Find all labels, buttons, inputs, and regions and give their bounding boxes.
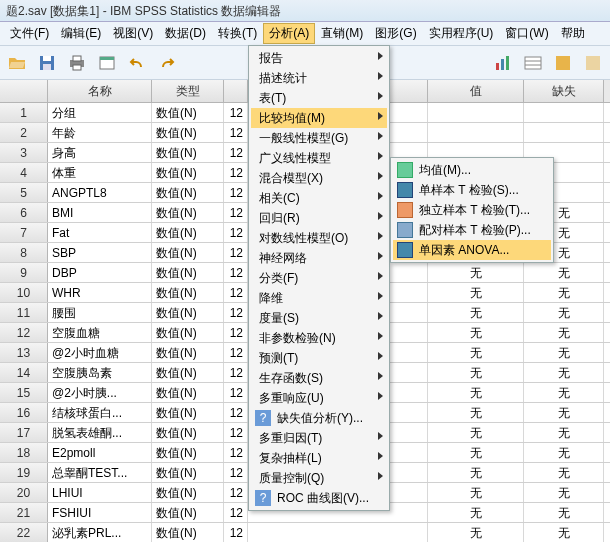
analyze-menu-item[interactable]: 多重响应(U) xyxy=(251,388,387,408)
cell-width[interactable]: 12 xyxy=(224,443,248,462)
variables-icon[interactable] xyxy=(520,50,546,76)
print-icon[interactable] xyxy=(64,50,90,76)
menu-view[interactable]: 视图(V) xyxy=(107,23,159,44)
cell-width[interactable]: 12 xyxy=(224,223,248,242)
cell-name[interactable]: BMI xyxy=(48,203,152,222)
cell-type[interactable]: 数值(N) xyxy=(152,143,224,162)
menu-analyze[interactable]: 分析(A) xyxy=(263,23,315,44)
cell-name[interactable]: 结核球蛋白... xyxy=(48,403,152,422)
cell-name[interactable]: 泌乳素PRL... xyxy=(48,523,152,542)
cell-values[interactable]: 无 xyxy=(428,363,524,382)
cell-type[interactable]: 数值(N) xyxy=(152,423,224,442)
menu-help[interactable]: 帮助 xyxy=(555,23,591,44)
cell-missing[interactable]: 无 xyxy=(524,283,604,302)
row-number[interactable]: 5 xyxy=(0,183,48,202)
analyze-menu-item[interactable]: 质量控制(Q) xyxy=(251,468,387,488)
recall-dialog-icon[interactable] xyxy=(94,50,120,76)
header-values[interactable]: 值 xyxy=(428,80,524,102)
cell-width[interactable]: 12 xyxy=(224,183,248,202)
analyze-menu-item[interactable]: 神经网络 xyxy=(251,248,387,268)
cell-type[interactable]: 数值(N) xyxy=(152,443,224,462)
cell-name[interactable]: 空腹血糖 xyxy=(48,323,152,342)
row-number[interactable]: 10 xyxy=(0,283,48,302)
cell-missing[interactable]: 无 xyxy=(524,303,604,322)
cell-width[interactable]: 12 xyxy=(224,403,248,422)
redo-icon[interactable] xyxy=(154,50,180,76)
menu-utilities[interactable]: 实用程序(U) xyxy=(423,23,500,44)
header-width[interactable] xyxy=(224,80,248,102)
row-number[interactable]: 18 xyxy=(0,443,48,462)
cell-width[interactable]: 12 xyxy=(224,423,248,442)
cell-type[interactable]: 数值(N) xyxy=(152,283,224,302)
menu-file[interactable]: 文件(F) xyxy=(4,23,55,44)
row-number[interactable]: 2 xyxy=(0,123,48,142)
analyze-menu-item[interactable]: 回归(R) xyxy=(251,208,387,228)
cell-name[interactable]: DBP xyxy=(48,263,152,282)
analyze-menu-item[interactable]: 表(T) xyxy=(251,88,387,108)
open-file-icon[interactable] xyxy=(4,50,30,76)
cell-name[interactable]: E2pmoll xyxy=(48,443,152,462)
analyze-menu-item[interactable]: 描述统计 xyxy=(251,68,387,88)
cell-missing[interactable]: 无 xyxy=(524,403,604,422)
cell-missing[interactable]: 无 xyxy=(524,363,604,382)
cell-name[interactable]: Fat xyxy=(48,223,152,242)
cell-values[interactable]: 无 xyxy=(428,443,524,462)
cell-width[interactable]: 12 xyxy=(224,203,248,222)
analyze-menu-item[interactable]: 复杂抽样(L) xyxy=(251,448,387,468)
row-number[interactable]: 11 xyxy=(0,303,48,322)
cell-width[interactable]: 12 xyxy=(224,143,248,162)
cell-missing[interactable]: 无 xyxy=(524,323,604,342)
analyze-menu-item[interactable]: 报告 xyxy=(251,48,387,68)
cell-values[interactable]: 无 xyxy=(428,323,524,342)
cell-type[interactable]: 数值(N) xyxy=(152,463,224,482)
cell-type[interactable]: 数值(N) xyxy=(152,363,224,382)
cell-missing[interactable]: 无 xyxy=(524,503,604,522)
header-missing[interactable]: 缺失 xyxy=(524,80,604,102)
cell-width[interactable]: 12 xyxy=(224,383,248,402)
weight-icon[interactable] xyxy=(550,50,576,76)
cell-missing[interactable]: 无 xyxy=(524,423,604,442)
analyze-menu-item[interactable]: 相关(C) xyxy=(251,188,387,208)
cell-values[interactable]: 无 xyxy=(428,343,524,362)
cell-type[interactable]: 数值(N) xyxy=(152,183,224,202)
cell-type[interactable]: 数值(N) xyxy=(152,243,224,262)
cell-type[interactable]: 数值(N) xyxy=(152,523,224,542)
cell-width[interactable]: 12 xyxy=(224,343,248,362)
analyze-menu-item[interactable]: 比较均值(M) xyxy=(251,108,387,128)
analyze-menu-item[interactable]: 混合模型(X) xyxy=(251,168,387,188)
header-name[interactable]: 名称 xyxy=(48,80,152,102)
cell-width[interactable]: 12 xyxy=(224,103,248,122)
cell-type[interactable]: 数值(N) xyxy=(152,343,224,362)
cell-name[interactable]: 年龄 xyxy=(48,123,152,142)
row-number[interactable]: 8 xyxy=(0,243,48,262)
cell-values[interactable]: 无 xyxy=(428,423,524,442)
cell-type[interactable]: 数值(N) xyxy=(152,483,224,502)
cell-width[interactable]: 12 xyxy=(224,163,248,182)
menu-transform[interactable]: 转换(T) xyxy=(212,23,263,44)
cell-width[interactable]: 12 xyxy=(224,283,248,302)
menu-data[interactable]: 数据(D) xyxy=(159,23,212,44)
select-cases-icon[interactable] xyxy=(580,50,606,76)
compare-means-item[interactable]: 独立样本 T 检验(T)... xyxy=(393,200,551,220)
cell-values[interactable] xyxy=(428,123,524,142)
row-number[interactable]: 12 xyxy=(0,323,48,342)
compare-means-item[interactable]: 配对样本 T 检验(P)... xyxy=(393,220,551,240)
cell-width[interactable]: 12 xyxy=(224,303,248,322)
cell-values[interactable]: 无 xyxy=(428,503,524,522)
analyze-menu-item[interactable]: 多重归因(T) xyxy=(251,428,387,448)
cell-type[interactable]: 数值(N) xyxy=(152,303,224,322)
analyze-menu-item[interactable]: 广义线性模型 xyxy=(251,148,387,168)
cell-name[interactable]: SBP xyxy=(48,243,152,262)
menu-graphs[interactable]: 图形(G) xyxy=(369,23,422,44)
cell-width[interactable]: 12 xyxy=(224,463,248,482)
cell-type[interactable]: 数值(N) xyxy=(152,223,224,242)
cell-type[interactable]: 数值(N) xyxy=(152,203,224,222)
cell-missing[interactable]: 无 xyxy=(524,523,604,542)
analyze-menu-item[interactable]: 非参数检验(N) xyxy=(251,328,387,348)
cell-values[interactable]: 无 xyxy=(428,283,524,302)
analyze-menu-item[interactable]: 降维 xyxy=(251,288,387,308)
cell-type[interactable]: 数值(N) xyxy=(152,323,224,342)
analyze-menu-item[interactable]: 对数线性模型(O) xyxy=(251,228,387,248)
cell-name[interactable]: 分组 xyxy=(48,103,152,122)
cell-type[interactable]: 数值(N) xyxy=(152,403,224,422)
